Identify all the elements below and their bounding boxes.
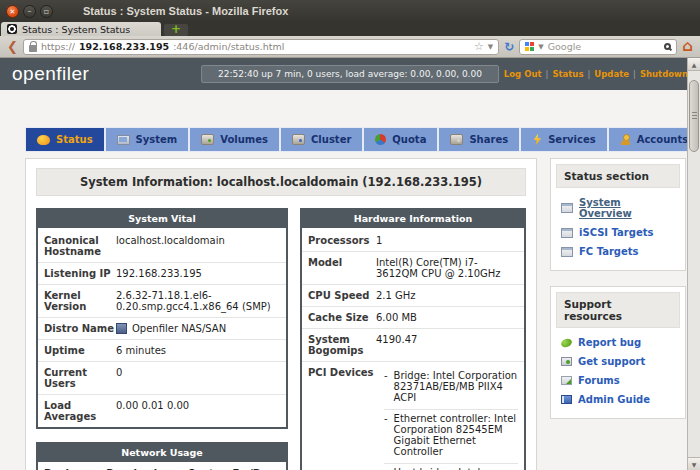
row-label: PCI Devices <box>308 367 376 378</box>
browser-tabstrip: Status : System Status + <box>0 22 700 36</box>
scrollbar-thumb[interactable] <box>689 80 699 152</box>
table-row: Uptime6 minutes <box>38 340 286 362</box>
tab-cluster[interactable]: Cluster <box>280 127 363 152</box>
sidebar-item-fc-targets[interactable]: FC Targets <box>551 242 685 261</box>
sidebar-item-get-support[interactable]: Get support <box>551 352 685 371</box>
sidebar-item-admin-guide[interactable]: Admin Guide <box>551 390 685 409</box>
minimize-icon[interactable] <box>23 5 36 18</box>
row-value: 2.1 GHz <box>376 290 518 301</box>
close-icon[interactable] <box>6 5 19 18</box>
reload-icon[interactable]: ↻ <box>504 40 514 54</box>
row-label: Load Averages <box>44 400 116 422</box>
header-links: Log Out|Status|Update|Shutdown <box>504 69 688 79</box>
window-title: Status : System Status - Mozilla Firefox <box>83 5 288 17</box>
hardware-info-table: Hardware Information Processors1 ModelIn… <box>300 208 526 470</box>
row-value: Intel(R) Core(TM) i7-3612QM CPU @ 2.10GH… <box>376 257 518 279</box>
support-icon <box>561 357 572 366</box>
row-label: Uptime <box>44 345 116 356</box>
tab-status[interactable]: Status <box>25 127 105 152</box>
row-value: 2.6.32-71.18.1.el6-0.20.smp.gcc4.1.x86_6… <box>116 290 280 312</box>
row-value: Openfiler NAS/SAN <box>116 323 280 334</box>
forum-icon <box>561 376 572 385</box>
report-icon <box>561 203 573 213</box>
url-scheme: https:// <box>41 41 75 52</box>
pci-device-text: Ethernet controller: Intel Corporation 8… <box>394 413 518 457</box>
search-placeholder: Google <box>548 41 661 52</box>
url-bar[interactable]: https://192.168.233.195:446/admin/status… <box>23 39 499 55</box>
scrollbar[interactable] <box>687 58 700 470</box>
tab-system[interactable]: System <box>105 127 190 152</box>
network-usage-table: Network Usage Device Received Sent Err/D… <box>36 442 288 470</box>
distro-name: Openfiler NAS/SAN <box>132 323 226 334</box>
home-icon[interactable]: ⌂ <box>682 39 693 54</box>
back-icon[interactable]: ❮ <box>7 40 18 53</box>
monitor-icon <box>117 135 130 145</box>
report-icon <box>561 228 573 238</box>
main-panel: System Information: localhost.localdomai… <box>25 158 537 470</box>
bookmark-dropdown-icon[interactable]: ▼ <box>488 43 493 51</box>
scroll-up-icon[interactable] <box>688 58 700 71</box>
sidebar: Status section System Overview iSCSI Tar… <box>550 158 686 419</box>
table-row: ModelIntel(R) Core(TM) i7-3612QM CPU @ 2… <box>302 252 524 285</box>
sidebar-item-system-overview[interactable]: System Overview <box>551 193 685 223</box>
sidebar-item-label: System Overview <box>579 197 675 219</box>
cluster-drive-icon <box>292 134 305 145</box>
right-column: Hardware Information Processors1 ModelIn… <box>300 208 526 470</box>
pci-device-text: Bridge: Intel Corporation 82371AB/EB/MB … <box>394 370 518 403</box>
tab-label: Volumes <box>220 134 268 145</box>
sidebar-item-label: Get support <box>578 356 645 367</box>
sidebar-item-label: iSCSI Targets <box>579 227 653 238</box>
openfiler-header: openfiler 22:52:40 up 7 min, 0 users, lo… <box>0 58 700 90</box>
support-resources-box: Support resources Report bug Get support… <box>550 286 686 419</box>
maximize-icon[interactable] <box>40 5 53 18</box>
bug-icon <box>560 337 573 348</box>
row-value: localhost.localdomain <box>116 235 280 246</box>
sidebar-item-report-bug[interactable]: Report bug <box>551 333 685 352</box>
tab-services[interactable]: Services <box>520 127 608 152</box>
sidebar-item-iscsi-targets[interactable]: iSCSI Targets <box>551 223 685 242</box>
uptime-status: 22:52:40 up 7 min, 0 users, load average… <box>201 65 499 83</box>
scroll-down-icon[interactable] <box>688 457 700 470</box>
browser-tab[interactable]: Status : System Status <box>1 22 161 36</box>
status-link[interactable]: Status <box>552 69 583 79</box>
update-link[interactable]: Update <box>594 69 629 79</box>
row-label: Distro Name <box>44 323 116 334</box>
column-header: Device <box>38 464 93 470</box>
left-column: System Vital Canonical Hostnamelocalhost… <box>36 208 288 470</box>
page-body: Status System Volumes Cluster Quota Shar… <box>0 90 700 470</box>
browser-tab-title: Status : System Status <box>22 24 130 35</box>
magnifier-icon[interactable] <box>664 43 671 50</box>
browser-navbar: ❮ https://192.168.233.195:446/admin/stat… <box>0 36 700 58</box>
shutdown-link[interactable]: Shutdown <box>640 69 688 79</box>
pci-devices-row: PCI Devices Bridge: Intel Corporation 82… <box>302 362 524 470</box>
support-resources-title: Support resources <box>556 292 680 328</box>
bookmark-star-icon[interactable]: ☆ <box>474 40 484 53</box>
tab-label: System <box>136 134 178 145</box>
tab-quota[interactable]: Quota <box>363 127 438 152</box>
table-row: Listening IP192.168.233.195 <box>38 263 286 285</box>
report-icon <box>561 247 573 257</box>
pci-device: Bridge: Intel Corporation 82371AB/EB/MB … <box>384 367 518 410</box>
column-header: Received <box>93 464 163 470</box>
table-row: Distro NameOpenfiler NAS/SAN <box>38 318 286 340</box>
sidebar-item-label: Report bug <box>578 337 641 348</box>
new-tab-button[interactable]: + <box>164 24 188 36</box>
row-label: Cache Size <box>308 312 376 323</box>
tab-volumes[interactable]: Volumes <box>189 127 280 152</box>
row-value: 0.00 0.01 0.00 <box>116 400 280 411</box>
tab-label: Cluster <box>311 134 351 145</box>
tab-shares[interactable]: Shares <box>438 127 520 152</box>
status-icon <box>37 135 50 145</box>
row-value: 1 <box>376 235 518 246</box>
search-engine-dropdown-icon[interactable]: ▼ <box>538 43 543 51</box>
table-row: Current Users0 <box>38 362 286 395</box>
drive-icon <box>201 134 214 145</box>
row-value: 0 <box>116 367 280 378</box>
pci-device: Ethernet controller: Intel Corporation 8… <box>384 410 518 464</box>
search-input[interactable]: ▼ Google <box>519 39 677 55</box>
sidebar-item-label: Forums <box>578 375 620 386</box>
logout-link[interactable]: Log Out <box>504 69 542 79</box>
sidebar-item-forums[interactable]: Forums <box>551 371 685 390</box>
table-row: System Bogomips4190.47 <box>302 329 524 362</box>
pie-chart-icon <box>375 134 386 145</box>
